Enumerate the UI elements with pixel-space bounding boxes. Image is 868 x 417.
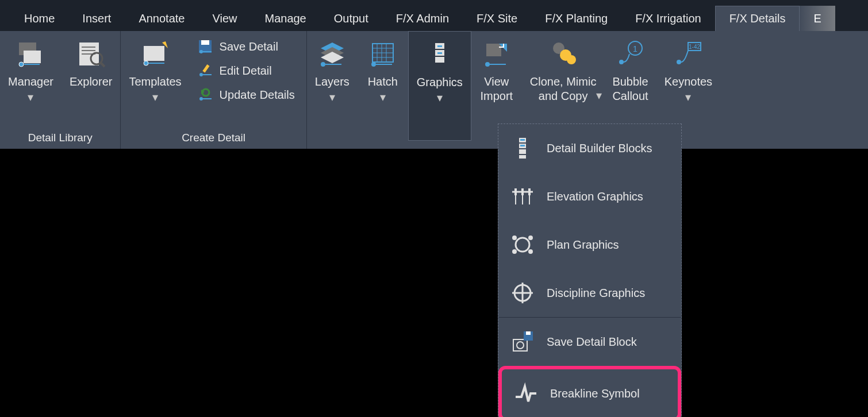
svg-line-9 xyxy=(101,63,105,67)
tab-label: Home xyxy=(24,12,55,25)
hatch-button[interactable]: Hatch ▾ xyxy=(358,31,408,141)
panel-title: Create Detail xyxy=(121,128,306,149)
button-label: Update Details xyxy=(220,88,295,102)
chevron-down-icon: ▾ xyxy=(380,90,386,104)
dd-breakline-symbol[interactable]: Breakline Symbol xyxy=(498,366,681,417)
keynotes-icon: 1-42 xyxy=(671,37,705,71)
button-label: Graphics xyxy=(417,75,463,90)
folder-manager-icon xyxy=(13,37,48,71)
svg-rect-64 xyxy=(521,188,524,195)
svg-point-16 xyxy=(199,50,203,53)
save-block-icon xyxy=(509,328,536,356)
panel-create-detail: Templates ▾ Save Detail Edit Detail Upda… xyxy=(121,31,306,149)
tab-label: View xyxy=(212,12,237,25)
svg-rect-39 xyxy=(437,45,442,47)
dd-save-detail-block[interactable]: Save Detail Block xyxy=(498,318,681,366)
svg-point-69 xyxy=(516,238,529,252)
update-details-button[interactable]: Update Details xyxy=(192,84,299,106)
chevron-down-icon: ▾ xyxy=(596,88,602,102)
dd-label: Elevation Graphics xyxy=(547,190,643,203)
graphics-button[interactable]: Graphics ▾ xyxy=(408,31,471,141)
button-label: Save Detail xyxy=(220,40,278,53)
svg-point-45 xyxy=(485,62,490,67)
tab-label: Annotate xyxy=(139,12,185,25)
hatch-icon xyxy=(366,37,400,71)
templates-button[interactable]: Templates ▾ xyxy=(121,31,189,128)
svg-point-2 xyxy=(19,62,24,67)
ribbon-tabs: Home Insert Annotate View Manage Output … xyxy=(0,6,868,31)
manager-button[interactable]: Manager ▾ xyxy=(0,31,62,128)
tab-extra[interactable]: E xyxy=(800,6,835,31)
chevron-down-icon: ▾ xyxy=(685,90,691,104)
svg-rect-43 xyxy=(486,44,501,56)
svg-rect-57 xyxy=(520,139,525,141)
button-label: Edit Detail xyxy=(220,64,272,78)
svg-rect-61 xyxy=(519,155,526,159)
tab-label: Insert xyxy=(82,12,111,25)
tab-label: F/X Admin xyxy=(396,12,449,25)
tab-insert[interactable]: Insert xyxy=(68,6,125,31)
button-label: Clone, Mimic and Copy xyxy=(530,75,597,103)
svg-point-21 xyxy=(199,97,203,101)
button-label: Templates xyxy=(129,75,181,89)
clone-icon xyxy=(546,37,581,71)
tab-fx-site[interactable]: F/X Site xyxy=(463,6,531,31)
svg-point-36 xyxy=(371,62,376,67)
save-icon xyxy=(197,38,214,55)
tab-view[interactable]: View xyxy=(198,6,251,31)
tab-output[interactable]: Output xyxy=(320,6,382,31)
button-label: Explorer xyxy=(70,75,112,89)
button-label: Hatch xyxy=(368,75,398,89)
layers-button[interactable]: Layers ▾ xyxy=(307,31,358,141)
dd-label: Plan Graphics xyxy=(547,238,619,252)
breakline-icon xyxy=(512,380,540,407)
svg-rect-63 xyxy=(514,188,517,195)
tab-label: F/X Irrigation xyxy=(635,12,701,25)
svg-rect-20 xyxy=(202,64,209,72)
tab-fx-irrigation[interactable]: F/X Irrigation xyxy=(621,6,715,31)
dd-label: Detail Builder Blocks xyxy=(547,142,652,155)
button-label: Manager xyxy=(8,75,53,89)
button-label: Keynotes xyxy=(665,75,712,89)
svg-point-55 xyxy=(677,60,681,64)
chevron-down-icon: ▾ xyxy=(28,90,33,104)
tab-fx-admin[interactable]: F/X Admin xyxy=(382,6,463,31)
tab-label: Manage xyxy=(264,12,306,25)
refresh-icon xyxy=(197,86,214,103)
tab-home[interactable]: Home xyxy=(10,6,68,31)
chevron-down-icon: ▾ xyxy=(437,91,443,105)
edit-detail-button[interactable]: Edit Detail xyxy=(192,60,299,82)
templates-icon xyxy=(138,37,172,71)
plan-icon xyxy=(509,231,536,258)
ribbon: Manager ▾ Explorer Detail Library Templa… xyxy=(0,31,868,149)
chevron-down-icon: ▾ xyxy=(152,90,158,104)
svg-point-70 xyxy=(512,235,517,240)
view-import-icon xyxy=(479,37,514,71)
tab-fx-details[interactable]: F/X Details xyxy=(715,6,800,31)
explorer-icon xyxy=(74,37,108,71)
svg-rect-15 xyxy=(201,40,209,45)
dd-discipline-graphics[interactable]: Discipline Graphics xyxy=(498,269,681,317)
button-label: Bubble Callout xyxy=(612,75,648,103)
dd-elevation-graphics[interactable]: Elevation Graphics xyxy=(498,172,681,221)
svg-rect-59 xyxy=(520,145,525,146)
svg-rect-42 xyxy=(435,57,444,63)
dd-detail-builder-blocks[interactable]: Detail Builder Blocks xyxy=(498,124,681,172)
svg-rect-10 xyxy=(144,46,164,61)
save-detail-button[interactable]: Save Detail xyxy=(192,36,299,57)
create-detail-stack: Save Detail Edit Detail Update Details xyxy=(190,31,306,128)
tab-manage[interactable]: Manage xyxy=(251,6,320,31)
button-label: View Import xyxy=(480,75,513,103)
discipline-icon xyxy=(509,279,536,307)
svg-point-78 xyxy=(517,342,524,349)
graphics-dropdown: Detail Builder Blocks Elevation Graphics… xyxy=(498,123,682,417)
tab-label: F/X Site xyxy=(477,12,517,25)
dd-plan-graphics[interactable]: Plan Graphics xyxy=(498,221,681,269)
tab-label: Output xyxy=(334,12,368,25)
svg-rect-60 xyxy=(519,149,526,154)
svg-point-11 xyxy=(144,61,148,65)
tab-fx-planting[interactable]: F/X Planting xyxy=(531,6,621,31)
tab-annotate[interactable]: Annotate xyxy=(125,6,198,31)
svg-text:1-42: 1-42 xyxy=(689,44,700,50)
explorer-button[interactable]: Explorer xyxy=(62,31,120,128)
